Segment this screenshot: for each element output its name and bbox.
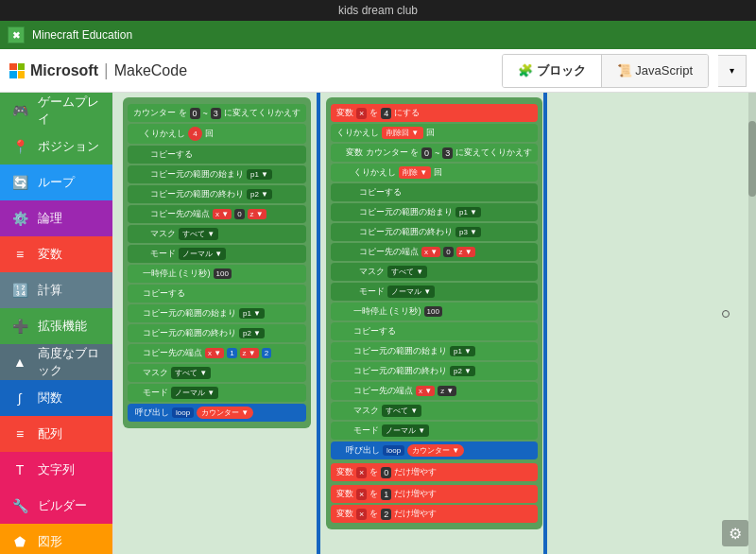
text-icon: T	[9, 459, 30, 480]
tab-dropdown[interactable]: ▾	[718, 55, 747, 87]
r-code-block-6: コピー元の範囲の始まり p1 ▼	[331, 203, 538, 221]
text-label: 文字列	[38, 461, 75, 478]
sidebar-item-arrays[interactable]: ≡ 配列	[0, 416, 112, 452]
advanced-label: 高度なブロック	[38, 345, 103, 379]
tab-javascript[interactable]: 📜 JavaScript	[602, 55, 708, 87]
window-icon: ✖	[8, 26, 25, 43]
shapes-label: 図形	[38, 533, 62, 550]
shapes-icon: ⬟	[9, 531, 30, 552]
r-code-block-19: 変数 × を 0 だけ増やす	[331, 463, 538, 481]
code-block-9: 一時停止 (ミリ秒) 100	[128, 265, 306, 283]
content-area: 🎮 ゲームプレイ 📍 ポジション 🔄 ループ ⚙️ 論理 ≡ 変数 🔢 計算	[0, 93, 756, 554]
brand-text: Microsoft	[30, 62, 98, 79]
builder-label: ビルダー	[38, 497, 87, 514]
r-code-block-1: 変数 × を 4 にする	[331, 104, 538, 122]
settings-button[interactable]: ⚙	[722, 520, 748, 546]
microsoft-logo	[9, 63, 25, 78]
right-block-group: 変数 × を 4 にする くりかえし 削除回 ▼ 回 変数 カウンター を 0 …	[326, 97, 542, 529]
r-code-block-12: コピーする	[331, 322, 538, 340]
gameplay-label: ゲームプレイ	[38, 94, 103, 128]
r-code-block-13: コピー元の範囲の始まり p1 ▼	[331, 342, 538, 360]
code-block-3: コピーする	[128, 146, 306, 164]
logic-icon: ⚙️	[9, 208, 30, 229]
cursor	[722, 310, 730, 318]
code-canvas[interactable]: カウンター を 0 ~ 3 に変えてくりかえす くりかえし 4 回 コピーする …	[113, 93, 756, 554]
loop-label: ループ	[38, 174, 75, 191]
sidebar: 🎮 ゲームプレイ 📍 ポジション 🔄 ループ ⚙️ 論理 ≡ 変数 🔢 計算	[0, 93, 113, 554]
r-code-block-3: 変数 カウンター を 0 ~ 3 に変えてくりかえす	[331, 144, 538, 162]
r-code-block-11: 一時停止 (ミリ秒) 100	[331, 303, 538, 320]
gameplay-icon: 🎮	[9, 100, 30, 121]
advanced-icon: ▲	[9, 352, 30, 372]
header: Microsoft | MakeCode 🧩 ブロック 📜 JavaScript…	[0, 49, 756, 93]
separator: |	[104, 61, 109, 80]
menu-bar: ✖ Minecraft Education	[0, 21, 756, 49]
view-tabs: 🧩 ブロック 📜 JavaScript	[502, 54, 709, 88]
sidebar-item-builder[interactable]: 🔧 ビルダー	[0, 488, 112, 524]
logic-label: 論理	[38, 210, 62, 227]
r-code-block-17: モード ノーマル ▼	[331, 422, 538, 440]
tab-block[interactable]: 🧩 ブロック	[503, 55, 602, 87]
r-code-block-15: コピー先の端点 x ▼ z ▼	[331, 382, 538, 400]
r-code-block-21: 変数 × を 2 だけ増やす	[331, 505, 538, 523]
position-icon: 📍	[9, 136, 30, 157]
math-label: 計算	[38, 282, 62, 299]
left-block-group: カウンター を 0 ~ 3 に変えてくりかえす くりかえし 4 回 コピーする …	[123, 97, 311, 428]
r-code-block-9: マスク すべて ▼	[331, 263, 538, 281]
code-block-15: モード ノーマル ▼	[128, 384, 306, 402]
canvas-scrollbar-thumb[interactable]	[748, 121, 756, 197]
code-block-13: コピー先の端点 x ▼ 1 z ▼ 2	[128, 344, 306, 362]
sidebar-item-text[interactable]: T 文字列	[0, 452, 112, 488]
r-code-block-10: モード ノーマル ▼	[331, 283, 538, 301]
math-icon: 🔢	[9, 280, 30, 301]
sidebar-item-extensions[interactable]: ➕ 拡張機能	[0, 308, 112, 344]
sidebar-item-position[interactable]: 📍 ポジション	[0, 129, 112, 164]
sidebar-item-shapes[interactable]: ⬟ 図形	[0, 524, 112, 554]
title-bar-text: kids dream club	[338, 4, 418, 17]
app-window: ✖ Minecraft Education Microsoft | MakeCo…	[0, 21, 756, 554]
product-text: MakeCode	[114, 62, 187, 79]
extensions-label: 拡張機能	[38, 318, 87, 335]
sidebar-item-logic[interactable]: ⚙️ 論理	[0, 200, 112, 236]
separator-line-left	[317, 93, 320, 554]
r-code-block-2: くりかえし 削除回 ▼ 回	[331, 124, 538, 142]
variables-icon: ≡	[9, 244, 30, 265]
sidebar-item-loop[interactable]: 🔄 ループ	[0, 164, 112, 200]
r-code-block-8: コピー先の端点 x ▼ 0 z ▼	[331, 243, 538, 261]
variables-label: 変数	[38, 246, 62, 263]
position-label: ポジション	[38, 138, 99, 155]
code-block-10: コピーする	[128, 285, 306, 303]
sidebar-item-functions[interactable]: ∫ 関数	[0, 380, 112, 416]
r-code-block-18: 呼び出し loop カウンター ▼	[331, 441, 538, 459]
sidebar-item-math[interactable]: 🔢 計算	[0, 272, 112, 308]
code-block-4: コピー元の範囲の始まり p1 ▼	[128, 165, 306, 183]
r-code-block-5: コピーする	[331, 183, 538, 201]
r-code-block-16: マスク すべて ▼	[331, 402, 538, 420]
title-bar: kids dream club	[0, 0, 756, 21]
separator-line-right	[543, 93, 547, 554]
code-block-6: コピー先の端点 x ▼ 0 z ▼	[128, 205, 306, 223]
r-code-block-7: コピー元の範囲の終わり p3 ▼	[331, 223, 538, 241]
r-code-block-20: 変数 × を 1 だけ増やす	[331, 485, 538, 503]
canvas-scrollbar[interactable]	[748, 93, 756, 554]
tab-block-label: 🧩 ブロック	[518, 62, 586, 79]
arrays-icon: ≡	[9, 424, 30, 444]
sidebar-item-variables[interactable]: ≡ 変数	[0, 236, 112, 272]
code-block-8: モード ノーマル ▼	[128, 245, 306, 263]
functions-label: 関数	[38, 390, 62, 407]
functions-icon: ∫	[9, 388, 30, 408]
window-title: Minecraft Education	[32, 28, 132, 42]
sidebar-item-gameplay[interactable]: 🎮 ゲームプレイ	[0, 93, 112, 129]
code-block-5: コピー元の範囲の終わり p2 ▼	[128, 185, 306, 203]
r-code-block-4: くりかえし 削除 ▼ 回	[331, 164, 538, 182]
tab-js-label: 📜 JavaScript	[617, 63, 693, 78]
sidebar-item-advanced[interactable]: ▲ 高度なブロック	[0, 344, 112, 380]
builder-icon: 🔧	[9, 495, 30, 516]
extensions-icon: ➕	[9, 316, 30, 337]
code-block-12: コピー元の範囲の終わり p2 ▼	[128, 324, 306, 342]
code-block-11: コピー元の範囲の始まり p1 ▼	[128, 304, 306, 322]
code-block-1: カウンター を 0 ~ 3 に変えてくりかえす	[128, 104, 306, 122]
r-code-block-14: コピー元の範囲の終わり p2 ▼	[331, 362, 538, 380]
code-block-7: マスク すべて ▼	[128, 225, 306, 243]
code-block-16: 呼び出し loop カウンター ▼	[128, 404, 306, 422]
